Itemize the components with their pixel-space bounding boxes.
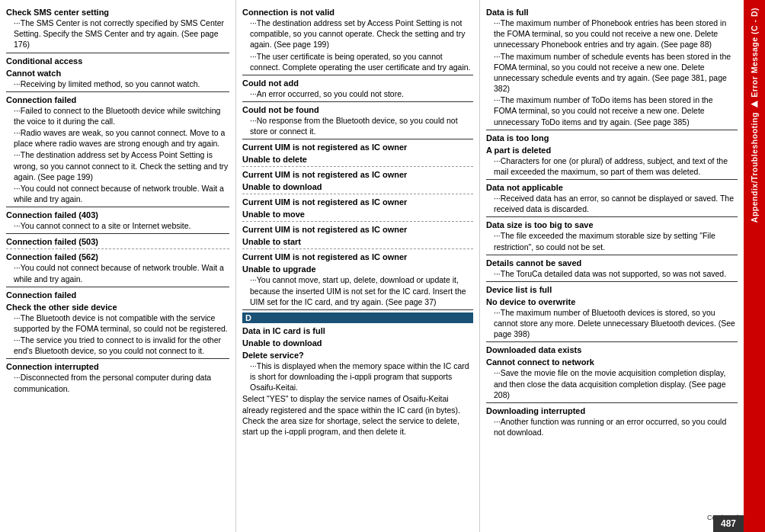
entry-indented: ···Characters for one (or plural) of add… (486, 155, 738, 177)
entry-indented: ···The maximum number of schedule events… (486, 51, 738, 95)
entry-indented: ···You could not connect because of netw… (6, 262, 229, 284)
entry-bold: Could not add (242, 79, 473, 88)
right-column: Data is full···The maximum number of Pho… (480, 0, 744, 532)
section-divider (486, 255, 738, 255)
entry-bold: Check the other side device (6, 303, 229, 312)
section-divider (242, 75, 473, 75)
section-divider-dashed (242, 194, 473, 194)
entry-bold: Cannot connect to network (486, 357, 738, 367)
entry-indented: ···The maximum number of Phonebook entri… (486, 18, 738, 50)
continued-label: Continued▶ (707, 514, 744, 521)
entry-bold: Check SMS center setting (6, 8, 229, 17)
entry-bold: Unable to move (242, 210, 473, 219)
entry-indented: ···The file exceeded the maximum storabl… (486, 230, 738, 252)
entry-indented: ···An error occurred, so you could not s… (242, 88, 473, 99)
entry-bold: Unable to start (242, 237, 473, 246)
sidebar-label: Appendix/Troubleshooting ▶ Error Message… (750, 8, 759, 223)
entry-bold: Current UIM is not registered as IC owne… (242, 143, 473, 152)
entry-indented: ···You cannot connect to a site or Inter… (6, 220, 229, 231)
entry-bold: Delete service? (242, 351, 473, 360)
entry-bold: Connection interrupted (6, 362, 229, 371)
entry-indented: ···The maximum number of Bluetooth devic… (486, 307, 738, 340)
section-divider (6, 287, 229, 287)
entry-indented: ···Save the movie file on the movie acqu… (486, 367, 738, 400)
entry-indented: ···The destination address set by Access… (242, 18, 473, 50)
entry-indented: ···The Bluetooth device is not compatibl… (6, 312, 229, 334)
entry-indented: ···No response from the Bluetooth device… (242, 115, 473, 136)
entry-bold: Data in IC card is full (242, 326, 473, 335)
entry-bold: Connection is not valid (242, 8, 473, 17)
entry-bold: Current UIM is not registered as IC owne… (242, 252, 473, 261)
entry-indented: ···Disconnected from the personal comput… (6, 372, 229, 393)
entry-bold: Connection failed (6, 95, 229, 104)
entry-bold: Data size is too big to save (486, 220, 738, 229)
section-divider (242, 309, 473, 310)
section-divider (6, 233, 229, 234)
section-divider (486, 402, 738, 403)
entry-bold: Current UIM is not registered as IC owne… (242, 225, 473, 234)
entry-bold: Connection failed (503) (6, 237, 229, 246)
entry-bold: Data is full (486, 8, 738, 17)
entry-indented: ···The service you tried to connect to i… (6, 335, 229, 356)
entry-bold: Unable to upgrade (242, 264, 473, 274)
entry-bold: A part is deleted (486, 146, 738, 155)
entry-bold: Cannot watch (6, 69, 229, 78)
entry-bold: Downloaded data exists (486, 345, 738, 354)
entry-indented: ···The ToruCa detailed data was not supp… (486, 268, 738, 279)
section-divider (6, 53, 229, 53)
entry-bold: Connection failed (562) (6, 252, 229, 261)
entry-indented: ···Receiving by limited method, so you c… (6, 79, 229, 89)
section-divider-dashed (242, 248, 473, 249)
d-section-header: D (242, 312, 473, 323)
entry-indented: ···This is displayed when the memory spa… (242, 361, 473, 393)
section-divider (6, 358, 229, 359)
section-divider (6, 207, 229, 207)
section-divider (486, 130, 738, 130)
entry-bold: Could not be found (242, 105, 473, 114)
entry-bold: Connection failed (403) (6, 210, 229, 220)
section-divider (486, 281, 738, 282)
entry-bold: Unable to download (242, 338, 473, 348)
entry-bold: No device to overwrite (486, 297, 738, 306)
sidebar: Appendix/Troubleshooting ▶ Error Message… (744, 0, 765, 532)
entry-indented: ···The destination address set by Access… (6, 149, 229, 182)
section-divider (242, 101, 473, 102)
entry-normal: Select "YES" to display the service name… (242, 393, 473, 437)
entry-indented: ···Another function was running or an er… (486, 416, 738, 437)
entry-bold: Device list is full (486, 285, 738, 294)
entry-bold: Details cannot be saved (486, 258, 738, 268)
section-divider-dashed (242, 221, 473, 222)
section-divider (486, 216, 738, 217)
entry-indented: ···Failed to connect to the Bluetooth de… (6, 105, 229, 127)
entry-indented: ···You cannot move, start up, delete, do… (242, 274, 473, 307)
entry-indented: ···The user certificate is being operate… (242, 51, 473, 72)
entry-indented: ···Received data has an error, so cannot… (486, 193, 738, 214)
section-divider (242, 139, 473, 139)
section-divider (486, 341, 738, 342)
entry-bold: Current UIM is not registered as IC owne… (242, 197, 473, 207)
entry-bold: Downloading interrupted (486, 406, 738, 415)
entry-indented: ···Radio waves are weak, so you cannot c… (6, 127, 229, 149)
section-divider (6, 91, 229, 92)
middle-column: Connection is not valid···The destinatio… (236, 0, 480, 532)
entry-bold: Data is too long (486, 133, 738, 143)
entry-bold: Connection failed (6, 290, 229, 300)
entry-bold: Unable to delete (242, 155, 473, 164)
entry-bold: Data not applicable (486, 183, 738, 192)
entry-indented: ···The maximum number of ToDo items has … (486, 95, 738, 127)
section-divider-dashed (242, 166, 473, 167)
entry-bold: Unable to download (242, 182, 473, 191)
section-divider-dashed (6, 248, 229, 249)
section-divider (486, 179, 738, 180)
left-column: Check SMS center setting···The SMS Cente… (0, 0, 236, 532)
entry-indented: ···The SMS Center is not correctly speci… (6, 18, 229, 50)
entry-bold: Current UIM is not registered as IC owne… (242, 170, 473, 179)
main-content: Check SMS center setting···The SMS Cente… (0, 0, 765, 532)
entry-bold: Conditional access (6, 56, 229, 66)
entry-indented: ···You could not connect because of netw… (6, 183, 229, 204)
